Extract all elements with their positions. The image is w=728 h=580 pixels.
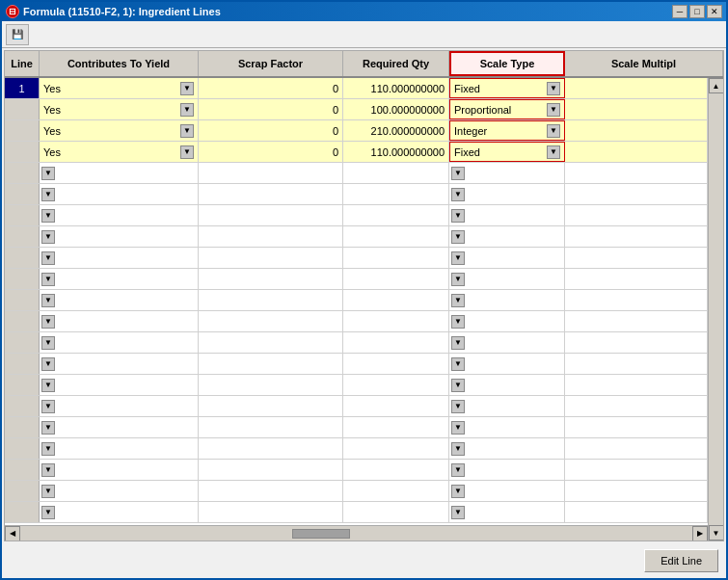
contributes-dropdown-arrow[interactable]: ▼ [180, 82, 194, 95]
cell-scale-type[interactable]: Fixed▼ [449, 78, 565, 98]
cell-scale-type[interactable]: ▼ [449, 354, 565, 374]
edit-line-button[interactable]: Edit Line [644, 549, 718, 572]
cell-scale-type[interactable]: ▼ [449, 290, 565, 310]
contributes-dropdown-arrow[interactable]: ▼ [41, 336, 55, 350]
cell-scale-type[interactable]: ▼ [449, 502, 565, 522]
scale-type-dropdown-arrow[interactable]: ▼ [451, 400, 465, 413]
scale-type-dropdown-arrow[interactable]: ▼ [451, 315, 465, 329]
contributes-dropdown-arrow[interactable]: ▼ [41, 400, 55, 413]
save-button[interactable]: 💾 [6, 24, 29, 45]
cell-scale-type[interactable]: ▼ [449, 417, 565, 437]
cell-contributes[interactable]: ▼ [40, 396, 199, 416]
scale-type-dropdown-arrow[interactable]: ▼ [451, 357, 465, 371]
contributes-dropdown-arrow[interactable]: ▼ [41, 463, 55, 477]
cell-contributes[interactable]: ▼ [40, 460, 199, 480]
cell-contributes[interactable]: ▼ [40, 438, 199, 459]
scroll-thumb-h[interactable] [292, 529, 350, 539]
table-row[interactable]: ▼▼ [5, 417, 708, 438]
cell-contributes[interactable]: ▼ [40, 481, 199, 501]
table-row[interactable]: ▼▼ [5, 438, 708, 460]
contributes-dropdown-arrow[interactable]: ▼ [41, 230, 55, 244]
contributes-dropdown-arrow[interactable]: ▼ [41, 506, 55, 519]
scroll-right-button[interactable]: ▶ [692, 526, 708, 541]
cell-scale-type[interactable]: ▼ [449, 375, 565, 395]
contributes-dropdown-arrow[interactable]: ▼ [41, 167, 55, 180]
contributes-dropdown-arrow[interactable]: ▼ [41, 442, 55, 456]
table-row[interactable]: ▼▼ [5, 226, 708, 248]
scroll-left-button[interactable]: ◀ [5, 526, 20, 541]
cell-scale-type[interactable]: Fixed▼ [449, 142, 565, 162]
cell-contributes[interactable]: Yes▼ [40, 142, 199, 162]
table-row[interactable]: ▼▼ [5, 290, 708, 311]
cell-scale-type[interactable]: Proportional▼ [449, 99, 565, 119]
minimize-button[interactable]: ─ [672, 5, 688, 18]
cell-contributes[interactable]: Yes▼ [40, 120, 199, 141]
table-row[interactable]: ▼▼ [5, 332, 708, 354]
cell-contributes[interactable]: ▼ [40, 354, 199, 374]
cell-scale-type[interactable]: ▼ [449, 269, 565, 289]
cell-contributes[interactable]: ▼ [40, 205, 199, 225]
table-row[interactable]: ▼▼ [5, 205, 708, 226]
cell-contributes[interactable]: Yes▼ [40, 78, 199, 98]
scale-type-dropdown-arrow[interactable]: ▼ [451, 463, 465, 477]
contributes-dropdown-arrow[interactable]: ▼ [41, 485, 55, 498]
scale-type-dropdown-arrow[interactable]: ▼ [451, 294, 465, 307]
table-row[interactable]: ▼▼ [5, 163, 708, 184]
table-row[interactable]: ▼▼ [5, 184, 708, 205]
table-row[interactable]: ▼▼ [5, 460, 708, 481]
contributes-dropdown-arrow[interactable]: ▼ [41, 188, 55, 201]
table-row[interactable]: ▼▼ [5, 502, 708, 523]
table-row[interactable]: Yes▼0100.000000000Proportional▼ [5, 99, 708, 120]
table-row[interactable]: 1Yes▼0110.000000000Fixed▼ [5, 78, 708, 99]
scale-type-dropdown-arrow[interactable]: ▼ [451, 188, 465, 201]
table-row[interactable]: ▼▼ [5, 396, 708, 417]
contributes-dropdown-arrow[interactable]: ▼ [41, 379, 55, 392]
cell-contributes[interactable]: ▼ [40, 311, 199, 331]
cell-scale-type[interactable]: ▼ [449, 396, 565, 416]
cell-contributes[interactable]: ▼ [40, 269, 199, 289]
scale-type-dropdown-arrow[interactable]: ▼ [451, 167, 465, 180]
cell-contributes[interactable]: ▼ [40, 163, 199, 183]
table-row[interactable]: ▼▼ [5, 354, 708, 375]
maximize-button[interactable]: □ [689, 5, 705, 18]
scale-type-dropdown-arrow[interactable]: ▼ [547, 124, 560, 138]
grid-body[interactable]: 1Yes▼0110.000000000Fixed▼Yes▼0100.000000… [5, 78, 708, 525]
table-row[interactable]: Yes▼0110.000000000Fixed▼ [5, 142, 708, 163]
contributes-dropdown-arrow[interactable]: ▼ [41, 251, 55, 265]
cell-scale-type[interactable]: ▼ [449, 163, 565, 183]
scale-type-dropdown-arrow[interactable]: ▼ [547, 103, 560, 117]
cell-contributes[interactable]: ▼ [40, 184, 199, 204]
table-row[interactable]: Yes▼0210.000000000Integer▼ [5, 120, 708, 142]
contributes-dropdown-arrow[interactable]: ▼ [41, 209, 55, 223]
table-row[interactable]: ▼▼ [5, 375, 708, 396]
cell-contributes[interactable]: ▼ [40, 248, 199, 268]
contributes-dropdown-arrow[interactable]: ▼ [41, 421, 55, 435]
cell-contributes[interactable]: ▼ [40, 375, 199, 395]
scroll-up-button[interactable]: ▲ [709, 78, 724, 93]
cell-scale-type[interactable]: ▼ [449, 248, 565, 268]
cell-scale-type[interactable]: ▼ [449, 332, 565, 353]
contributes-dropdown-arrow[interactable]: ▼ [180, 145, 194, 159]
table-row[interactable]: ▼▼ [5, 311, 708, 332]
contributes-dropdown-arrow[interactable]: ▼ [41, 315, 55, 329]
scale-type-dropdown-arrow[interactable]: ▼ [451, 336, 465, 350]
cell-scale-type[interactable]: ▼ [449, 460, 565, 480]
cell-scale-type[interactable]: ▼ [449, 311, 565, 331]
cell-contributes[interactable]: ▼ [40, 226, 199, 247]
scale-type-dropdown-arrow[interactable]: ▼ [451, 485, 465, 498]
cell-contributes[interactable]: ▼ [40, 417, 199, 437]
vertical-scrollbar[interactable]: ▲ ▼ [708, 78, 723, 540]
cell-scale-type[interactable]: ▼ [449, 205, 565, 225]
cell-scale-type[interactable]: ▼ [449, 226, 565, 247]
scale-type-dropdown-arrow[interactable]: ▼ [451, 506, 465, 519]
scale-type-dropdown-arrow[interactable]: ▼ [451, 442, 465, 456]
scale-type-dropdown-arrow[interactable]: ▼ [451, 421, 465, 435]
scale-type-dropdown-arrow[interactable]: ▼ [451, 251, 465, 265]
contributes-dropdown-arrow[interactable]: ▼ [180, 124, 194, 138]
scale-type-dropdown-arrow[interactable]: ▼ [547, 145, 560, 159]
table-row[interactable]: ▼▼ [5, 481, 708, 502]
scale-type-dropdown-arrow[interactable]: ▼ [451, 379, 465, 392]
scale-type-dropdown-arrow[interactable]: ▼ [451, 273, 465, 286]
cell-scale-type[interactable]: ▼ [449, 438, 565, 459]
cell-contributes[interactable]: ▼ [40, 502, 199, 522]
